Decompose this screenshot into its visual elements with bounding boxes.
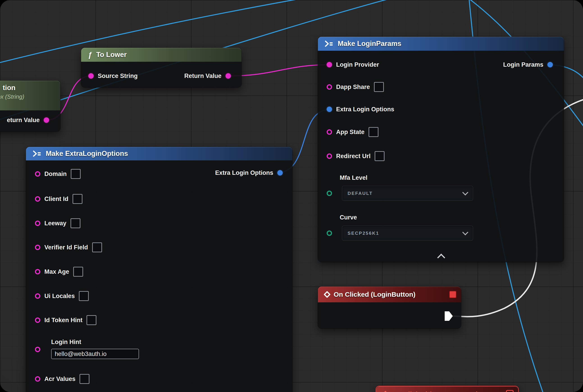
exec-output-pin[interactable] — [445, 311, 453, 321]
checkbox-app-state[interactable] — [368, 127, 378, 137]
pin-label-redirect-url: Redirect Url — [336, 153, 370, 160]
node-header[interactable]: Make ExtraLoginOptions — [26, 147, 292, 160]
checkbox-dapp-share[interactable] — [374, 82, 384, 92]
mfa-level-value: DEFAULT — [348, 191, 373, 196]
pin-acr-values[interactable] — [35, 376, 40, 382]
chevron-down-icon — [462, 189, 468, 195]
chevron-down-icon — [462, 229, 468, 235]
node-header[interactable]: tion ox (String) — [0, 81, 60, 110]
node-title-fragment: tion — [3, 84, 16, 92]
pin-row: App State — [327, 126, 378, 138]
pin-source-string[interactable] — [88, 73, 94, 79]
pin-label-mfa-level: Mfa Level — [340, 174, 368, 181]
node-to-lower[interactable]: ƒ To Lower Source String Return Value — [81, 48, 242, 88]
event-diamond-icon — [324, 291, 330, 298]
node-on-clicked-login-button[interactable]: On Clicked (LoginButton) — [318, 286, 461, 328]
checkbox-domain[interactable] — [71, 169, 81, 179]
pin-app-state[interactable] — [327, 129, 332, 135]
pin-label-app-state: App State — [336, 129, 364, 136]
pin-row: Source String — [88, 70, 138, 81]
delegate-pin[interactable] — [506, 390, 514, 392]
pin-redirect-url[interactable] — [327, 154, 332, 159]
make-struct-icon — [33, 150, 42, 157]
pin-ui-locales[interactable] — [35, 293, 40, 299]
pin-return-value[interactable] — [44, 117, 49, 123]
function-icon: ƒ — [88, 50, 92, 59]
pin-label-dapp-share: Dapp Share — [336, 84, 370, 90]
pin-label-extra-login-options-in: Extra Login Options — [336, 106, 394, 113]
pin-row: Redirect Url — [327, 151, 384, 162]
pin-label-ui-locales: Ui Locales — [44, 293, 75, 300]
pin-max-age[interactable] — [35, 269, 40, 274]
node-make-login-params[interactable]: Make LoginParams Login Params Login Prov… — [318, 37, 564, 262]
pin-label-return-value: Return Value — [184, 72, 222, 80]
node-header[interactable]: On Clicked (LoginButton) — [318, 286, 461, 302]
pin-label-extra-login-options-out: Extra Login Options — [215, 170, 273, 176]
curve-dropdown[interactable]: SECP256K1 — [342, 226, 473, 240]
pin-label-source-string: Source String — [98, 72, 138, 80]
event-diamond-icon — [382, 391, 389, 392]
pin-row: Verifier Id Field — [35, 242, 102, 253]
pin-extra-login-options-in[interactable] — [327, 106, 332, 112]
checkbox-client-id[interactable] — [72, 194, 82, 204]
checkbox-id-token-hint[interactable] — [86, 315, 96, 325]
node-title: To Lower — [96, 51, 126, 59]
checkbox-verifier-id-field[interactable] — [92, 242, 102, 252]
pin-mfa-level[interactable] — [327, 190, 332, 196]
blueprint-graph-canvas[interactable]: tion ox (String) eturn Value ƒ To Lower … — [0, 0, 583, 392]
checkbox-acr-values[interactable] — [80, 374, 90, 384]
pin-return-value[interactable] — [226, 73, 231, 79]
node-clipped-left[interactable]: tion ox (String) eturn Value — [0, 81, 60, 132]
checkbox-max-age[interactable] — [73, 267, 83, 277]
pin-id-token-hint[interactable] — [35, 318, 40, 323]
checkbox-ui-locales[interactable] — [79, 291, 89, 301]
pin-row: Leeway — [35, 218, 80, 229]
pin-label-login-hint: Login Hint — [51, 338, 81, 346]
delegate-pin[interactable] — [449, 290, 456, 298]
pin-row: Ui Locales — [35, 290, 89, 302]
pin-label-verifier-id-field: Verifier Id Field — [44, 244, 88, 251]
pin-row: eturn Value — [7, 115, 49, 126]
checkbox-leeway[interactable] — [70, 218, 80, 228]
pin-row: Dapp Share — [327, 82, 384, 92]
pin-extra-login-options-out[interactable] — [277, 170, 283, 176]
pin-login-params-out[interactable] — [548, 62, 553, 67]
pin-row: Return Value — [184, 70, 231, 81]
node-header[interactable]: ƒ To Lower — [81, 48, 242, 62]
checkbox-redirect-url[interactable] — [374, 151, 384, 161]
pin-row: Acr Values — [35, 374, 90, 384]
node-on-clicked-logout-button[interactable]: On Clicked (LogoutButton) — [376, 386, 519, 392]
pin-verifier-id-field[interactable] — [35, 245, 40, 250]
pin-label-return-value: eturn Value — [7, 117, 40, 124]
pin-label-id-token-hint: Id Token Hint — [44, 317, 82, 324]
pin-dapp-share[interactable] — [327, 84, 332, 90]
node-make-extra-login-options[interactable]: Make ExtraLoginOptions Extra Login Optio… — [26, 147, 292, 392]
pin-label-domain: Domain — [44, 170, 67, 178]
node-subtitle-fragment: ox (String) — [0, 93, 24, 100]
pin-domain[interactable] — [35, 171, 40, 177]
pin-row: Login Params — [503, 59, 553, 70]
pin-label-client-id: Client Id — [44, 196, 68, 202]
collapse-node-chevron-up[interactable] — [437, 254, 445, 262]
node-header[interactable]: Make LoginParams — [318, 37, 564, 51]
pin-login-hint[interactable] — [35, 347, 40, 352]
pin-login-provider[interactable] — [327, 62, 332, 67]
pin-row: Extra Login Options — [215, 168, 283, 178]
pin-row: Extra Login Options — [327, 104, 394, 115]
mfa-level-dropdown[interactable]: DEFAULT — [342, 186, 473, 201]
node-title: On Clicked (LogoutButton) — [392, 390, 478, 392]
make-struct-icon — [324, 40, 334, 47]
node-header[interactable]: On Clicked (LogoutButton) — [376, 386, 518, 392]
pin-client-id[interactable] — [35, 196, 40, 202]
pin-label-curve: Curve — [340, 214, 357, 221]
node-title: Make LoginParams — [338, 40, 402, 48]
curve-value: SECP256K1 — [348, 231, 379, 236]
node-title: On Clicked (LoginButton) — [334, 290, 416, 298]
screenshot-frame: tion ox (String) eturn Value ƒ To Lower … — [0, 0, 583, 392]
pin-label-leeway: Leeway — [44, 220, 66, 227]
pin-curve[interactable] — [327, 230, 332, 236]
wire-magenta-tolower-to-provider — [228, 65, 329, 76]
pin-row: Client Id — [35, 194, 82, 204]
pin-leeway[interactable] — [35, 220, 40, 226]
login-hint-input[interactable] — [51, 349, 139, 359]
